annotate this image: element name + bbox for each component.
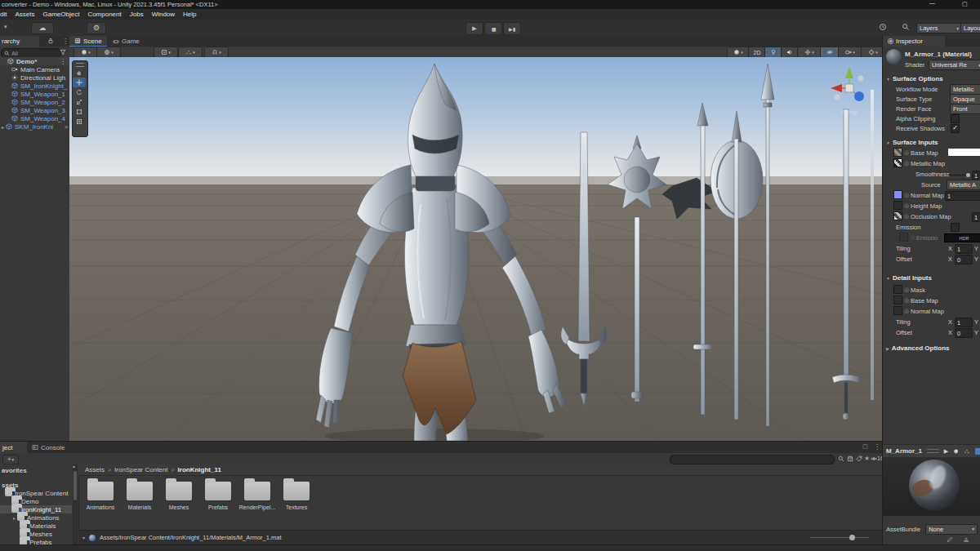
hierarchy-item-sm-weapon-2[interactable]: SM_Weapon_2 <box>0 98 69 106</box>
tree-scrollbar[interactable]: ▴ <box>73 464 78 545</box>
scene-viewport[interactable]: Persp <box>69 57 882 441</box>
assetbundle-dropdown[interactable]: None ▾ <box>925 524 978 535</box>
zoom-slider-knob[interactable] <box>849 535 855 540</box>
hierarchy-item-sm-weapon-1[interactable]: SM_Weapon_1 <box>0 90 69 98</box>
minimize-button[interactable]: — <box>929 0 935 6</box>
filter-icon[interactable] <box>60 49 66 56</box>
tab-hierarchy[interactable]: rarchy <box>0 36 39 47</box>
hierarchy-item-directional-light[interactable]: Directional Ligh <box>0 73 69 82</box>
hierarchy-scene-row[interactable]: Demo* ⋮ <box>0 57 69 65</box>
hidden-count-eye-icon[interactable] <box>871 455 877 462</box>
emission-map-thumb[interactable] <box>899 233 908 242</box>
scene-camera-dropdown[interactable]: ▾ <box>96 47 121 58</box>
detail-normal-map-thumb[interactable] <box>893 306 902 315</box>
smoothness-slider[interactable] <box>948 175 968 176</box>
detail-base-map-thumb[interactable] <box>893 295 902 304</box>
menu-help[interactable]: Help <box>179 11 200 18</box>
base-map-thumb[interactable] <box>893 148 902 157</box>
tab-scene[interactable]: Scene <box>69 36 107 47</box>
hierarchy-item-sm-weapon-4[interactable]: SM_Weapon_4 <box>0 114 69 122</box>
scale-tool-button[interactable] <box>73 97 86 107</box>
zoom-slider[interactable] <box>810 537 869 538</box>
tab-inspector[interactable]: ▢ Inspector <box>883 36 945 47</box>
asset-folder-meshes[interactable]: Meshes <box>159 482 198 510</box>
panel-maximize-icon[interactable]: ▢ <box>862 443 868 450</box>
object-picker-icon[interactable]: ◎ <box>904 192 909 198</box>
prefab-open-icon[interactable]: > <box>65 124 68 130</box>
tab-game[interactable]: Game <box>108 36 158 47</box>
advanced-options-foldout[interactable]: ▶ Advanced Options <box>886 344 950 352</box>
hierarchy-item-main-camera[interactable]: Main Camera <box>0 65 69 73</box>
preview-play-icon[interactable]: ▶ <box>944 448 948 455</box>
menu-window[interactable]: Window <box>148 11 179 18</box>
menu-jobs[interactable]: Jobs <box>126 11 148 18</box>
preview-header[interactable]: M_Armor_1 ▶ <box>883 445 980 458</box>
expand-caret-icon[interactable]: ▸ <box>2 124 4 130</box>
snap-dropdown[interactable]: ▾ <box>204 47 229 58</box>
account-dropdown[interactable]: ▾ <box>4 24 7 30</box>
object-picker-icon[interactable]: ◎ <box>904 160 909 166</box>
lock-icon[interactable] <box>47 38 54 44</box>
scene-camera-settings-dropdown[interactable]: ▾ <box>838 47 862 58</box>
normal-scale-field[interactable]: 1 <box>945 191 980 201</box>
toggle-2d[interactable]: 2D <box>748 47 766 58</box>
shader-dropdown[interactable]: Universal Re ▾ <box>929 60 980 70</box>
tiling-x-field[interactable]: 1 <box>955 244 973 254</box>
tree-item-meshes[interactable]: Meshes <box>0 530 72 538</box>
breadcrumb-ironknight[interactable]: IronKnight_11 <box>178 466 221 473</box>
tree-item-animations[interactable]: ▸ Animations <box>0 513 72 522</box>
object-picker-icon[interactable]: ◎ <box>904 213 909 219</box>
preview-viewport[interactable] <box>883 457 980 516</box>
object-picker-icon[interactable]: ◎ <box>904 202 909 208</box>
rect-tool-button[interactable] <box>73 107 86 117</box>
source-dropdown[interactable]: Metallic A <box>947 180 980 190</box>
height-map-thumb[interactable] <box>893 201 902 210</box>
chevron-down-icon[interactable]: ▾ <box>82 535 85 540</box>
surface-options-foldout[interactable]: ▼ Surface Options <box>886 75 943 82</box>
hierarchy-item-sm-ironknight[interactable]: SM_IronKnight_ <box>0 82 69 90</box>
offset-x-field[interactable]: 0 <box>955 255 973 264</box>
hdr-color-swatch[interactable]: HDR <box>944 233 980 242</box>
scrollbar-thumb[interactable] <box>74 471 77 500</box>
detail-inputs-foldout[interactable]: ▼ Detail Inputs <box>886 274 932 282</box>
asset-folder-prefabs[interactable]: Prefabs <box>198 482 238 510</box>
cloud-button[interactable]: ☁ <box>31 22 54 34</box>
create-asset-button[interactable]: + ▾ <box>2 455 19 464</box>
tree-item-ironknight-11[interactable]: IronKnight_11 <box>0 505 72 513</box>
occlusion-map-thumb[interactable] <box>893 211 902 220</box>
breadcrumb-assets[interactable]: Assets <box>85 466 105 473</box>
menu-gameobject[interactable]: GameObject <box>38 11 83 18</box>
receive-shadows-checkbox[interactable]: ✓ <box>951 124 960 133</box>
layout-dropdown[interactable]: Layout <box>960 23 980 33</box>
pause-button[interactable]: ▮▮ <box>484 22 502 35</box>
preview-lighting-icon[interactable] <box>964 448 969 455</box>
emission-checkbox[interactable] <box>951 223 960 232</box>
detail-mask-thumb[interactable] <box>893 285 902 294</box>
asset-folder-textures[interactable]: Textures <box>277 482 316 510</box>
menu-assets[interactable]: Assets <box>11 11 38 18</box>
menu-component[interactable]: Component <box>83 11 125 18</box>
undo-history-icon[interactable] <box>879 23 887 31</box>
object-picker-icon[interactable]: ◎ <box>904 149 909 155</box>
tab-project[interactable]: ject <box>0 442 29 453</box>
breadcrumb-ironspear[interactable]: IronSpear Content <box>114 466 167 473</box>
expand-caret-icon[interactable]: ▸ <box>13 515 16 521</box>
toggle-audio[interactable] <box>781 47 799 58</box>
object-picker-icon[interactable]: ◎ <box>910 234 915 240</box>
project-search-input[interactable] <box>670 455 835 464</box>
occlusion-field[interactable]: 1 <box>972 212 980 222</box>
detail-tiling-x-field[interactable]: 1 <box>955 318 973 327</box>
asset-folder-animations[interactable]: Animations <box>81 482 120 510</box>
scene-orientation-gizmo[interactable]: Persp <box>822 60 876 119</box>
hierarchy-item-sm-weapon-3[interactable]: SM_Weapon_3 <box>0 106 69 114</box>
object-picker-icon[interactable]: ◎ <box>904 287 909 292</box>
scroll-up-icon[interactable]: ▴ <box>73 464 75 469</box>
surface-inputs-foldout[interactable]: ▼ Surface Inputs <box>886 139 938 146</box>
package-icon[interactable] <box>847 455 853 462</box>
draw-mode-dropdown[interactable]: ▾ <box>74 47 98 58</box>
object-picker-icon[interactable]: ◎ <box>904 308 909 313</box>
transform-tool-button[interactable] <box>73 117 86 127</box>
layers-dropdown[interactable]: Layers ▾ <box>916 23 962 33</box>
metallic-map-thumb[interactable] <box>893 158 902 167</box>
preview-sphere-icon[interactable] <box>953 448 959 455</box>
